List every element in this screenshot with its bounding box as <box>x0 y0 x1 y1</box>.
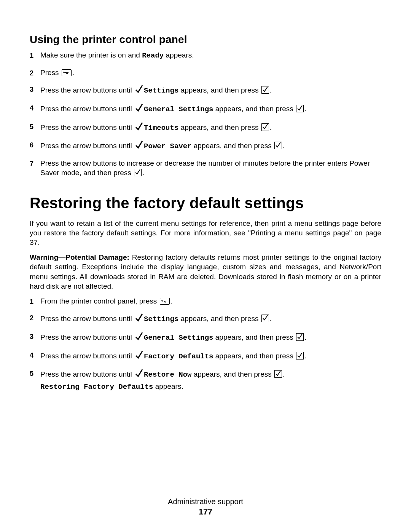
select-button-icon <box>261 86 269 94</box>
section2-title: Restoring the factory default settings <box>30 195 381 212</box>
list-item: Press the arrow buttons until Factory De… <box>30 350 381 362</box>
check-large-icon <box>135 350 143 360</box>
select-button-icon <box>261 123 269 131</box>
check-large-icon <box>135 84 143 94</box>
step-subline: Restoring Factory Defaults appears. <box>40 382 381 392</box>
page-footer: Administrative support 177 <box>0 497 411 517</box>
select-button-icon <box>296 352 304 359</box>
section2-warning: Warning—Potential Damage: Restoring fact… <box>30 252 381 291</box>
list-item: From the printer control panel, press . <box>30 296 381 306</box>
section2-steps: From the printer control panel, press . … <box>30 296 381 392</box>
check-large-icon <box>135 313 143 323</box>
document-page: Using the printer control panel Make sur… <box>0 0 411 532</box>
menu-key-icon <box>160 298 170 305</box>
menu-key-icon <box>62 69 72 76</box>
list-item: Press the arrow buttons until Settings a… <box>30 84 381 96</box>
select-button-icon <box>296 105 304 112</box>
check-large-icon <box>135 121 143 131</box>
check-large-icon <box>135 368 143 378</box>
select-button-icon <box>274 142 282 149</box>
select-button-icon <box>274 370 282 378</box>
list-item: Press the arrow buttons until General Se… <box>30 331 381 343</box>
list-item: Press . <box>30 68 381 78</box>
check-large-icon <box>135 331 143 341</box>
list-item: Press the arrow buttons until Power Save… <box>30 140 381 152</box>
select-button-icon <box>296 333 304 341</box>
list-item: Press the arrow buttons until Restore No… <box>30 368 381 392</box>
list-item: Press the arrow buttons until General Se… <box>30 103 381 115</box>
section1-title: Using the printer control panel <box>30 34 381 46</box>
list-item: Press the arrow buttons until Timeouts a… <box>30 121 381 133</box>
footer-page-number: 177 <box>0 507 411 517</box>
select-button-icon <box>134 169 142 176</box>
list-item: Press the arrow buttons until Settings a… <box>30 313 381 324</box>
select-button-icon <box>261 315 269 322</box>
check-large-icon <box>135 103 143 113</box>
check-large-icon <box>135 140 143 150</box>
list-item: Make sure the printer is on and Ready ap… <box>30 50 381 61</box>
section1-steps: Make sure the printer is on and Ready ap… <box>30 50 381 178</box>
list-item: Press the arrow buttons to increase or d… <box>30 158 381 178</box>
section2-para1: If you want to retain a list of the curr… <box>30 219 381 247</box>
footer-chapter: Administrative support <box>0 497 411 506</box>
